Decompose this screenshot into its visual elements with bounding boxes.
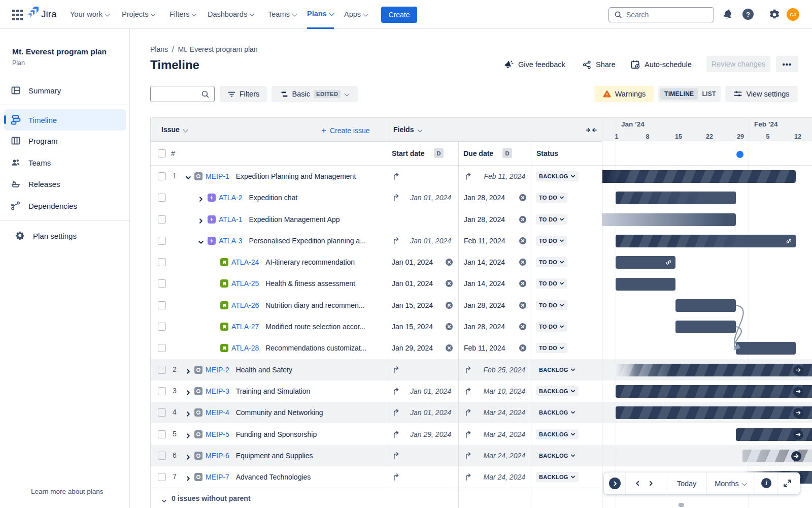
svg-text:?: ?	[746, 11, 750, 18]
